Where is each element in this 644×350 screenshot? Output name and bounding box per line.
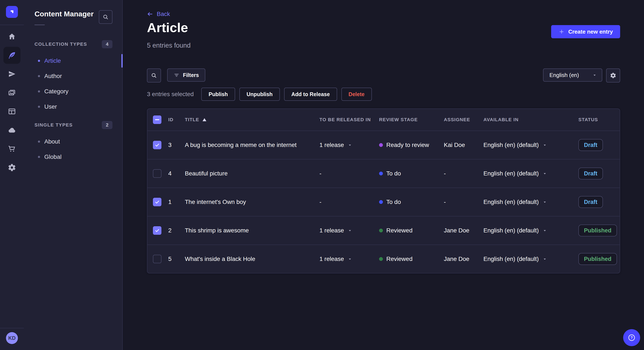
release-dropdown[interactable]: 1 release — [320, 256, 352, 262]
release-value: 1 release — [320, 227, 344, 234]
entries-table: ID TITLE TO BE RELEASED IN REVIEW STAGE … — [147, 108, 620, 273]
settings-gear-icon[interactable] — [4, 159, 20, 176]
sidebar-item-label: Article — [44, 57, 61, 64]
row-checkbox[interactable] — [153, 198, 162, 206]
row-checkbox[interactable] — [153, 141, 162, 149]
rail-bottom-divider — [0, 328, 24, 328]
table-row[interactable]: 3 A bug is becoming a meme on the intern… — [147, 131, 620, 159]
entry-title: Beautiful picture — [185, 170, 320, 177]
column-header-review-stage: REVIEW STAGE — [379, 117, 444, 123]
available-in-value: English (en) (default) — [484, 227, 539, 234]
content-type-builder-icon[interactable] — [4, 103, 20, 120]
sidebar-section-collection-types: COLLECTION TYPES 4 Article Author Catego… — [24, 39, 122, 114]
table-row[interactable]: 4 Beautiful picture - To do - English (e… — [147, 159, 620, 187]
review-stage-label: Reviewed — [386, 256, 412, 262]
releases-paper-plane-icon[interactable] — [4, 65, 20, 82]
list-settings-gear-button[interactable] — [606, 68, 620, 82]
sidebar-item-user[interactable]: User — [24, 99, 122, 114]
select-all-checkbox[interactable] — [153, 116, 162, 124]
marketplace-cart-icon[interactable] — [4, 140, 20, 157]
section-label: COLLECTION TYPES — [34, 41, 87, 47]
release-value: 1 release — [320, 256, 344, 262]
chevron-down-icon — [592, 73, 597, 77]
arrow-left-icon — [147, 11, 153, 17]
help-question-icon: ? — [628, 334, 636, 342]
user-avatar[interactable]: KD — [6, 332, 18, 344]
column-header-id[interactable]: ID — [168, 117, 185, 123]
deploy-cloud-icon[interactable] — [4, 122, 20, 139]
locales-dropdown[interactable]: English (en) (default) — [484, 142, 547, 149]
media-library-icon[interactable] — [4, 84, 20, 101]
release-dropdown[interactable]: - — [320, 199, 321, 205]
sidebar-item-about[interactable]: About — [24, 134, 122, 149]
selected-count: 3 entries selected — [147, 91, 194, 98]
entry-id: 3 — [168, 142, 185, 149]
bullet-icon — [38, 106, 40, 108]
row-checkbox[interactable] — [153, 226, 162, 235]
create-button-label: Create new entry — [568, 28, 613, 35]
sidebar-section-single-types: SINGLE TYPES 2 About Global — [24, 120, 122, 165]
column-header-assignee: ASSIGNEE — [444, 117, 484, 123]
plus-icon — [558, 28, 565, 35]
locale-value: English (en) — [550, 72, 579, 78]
table-row[interactable]: 2 This shrimp is awesome 1 release Revie… — [147, 216, 620, 245]
content-manager-feather-icon[interactable] — [4, 47, 20, 64]
content-manager-sidebar: Content Manager COLLECTION TYPES 4 Artic… — [24, 0, 123, 350]
unpublish-button[interactable]: Unpublish — [239, 88, 280, 101]
entry-id: 4 — [168, 170, 185, 177]
available-in-value: English (en) (default) — [484, 256, 539, 262]
strapi-logo[interactable] — [6, 6, 18, 18]
bulk-actions-bar: 3 entries selected Publish Unpublish Add… — [147, 88, 372, 101]
entry-title: A bug is becoming a meme on the internet — [185, 142, 320, 149]
sidebar-search-button[interactable] — [99, 10, 112, 24]
review-stage-dot — [379, 229, 383, 232]
sidebar-item-label: User — [44, 103, 57, 110]
sidebar-item-label: About — [44, 138, 60, 145]
entry-title: The internet's Own boy — [185, 199, 320, 205]
filters-label: Filters — [183, 72, 199, 78]
row-checkbox[interactable] — [153, 169, 162, 178]
sidebar-item-article[interactable]: Article — [24, 53, 122, 68]
nav-rail: KD — [0, 0, 24, 350]
bullet-icon — [38, 75, 40, 77]
release-value: 1 release — [320, 142, 344, 149]
column-header-title-label: TITLE — [185, 117, 199, 123]
create-new-entry-button[interactable]: Create new entry — [551, 25, 620, 38]
table-row[interactable]: 5 What's inside a Black Hole 1 release R… — [147, 245, 620, 273]
locales-dropdown[interactable]: English (en) (default) — [484, 170, 547, 177]
help-button[interactable]: ? — [623, 329, 640, 346]
locales-dropdown[interactable]: English (en) (default) — [484, 227, 547, 234]
sidebar-title: Content Manager — [34, 10, 94, 18]
section-label: SINGLE TYPES — [34, 122, 72, 128]
assignee-value: Kai Doe — [444, 142, 484, 149]
add-to-release-button[interactable]: Add to Release — [284, 88, 337, 101]
sidebar-item-global[interactable]: Global — [24, 149, 122, 165]
bullet-icon — [38, 156, 40, 158]
sidebar-item-label: Category — [44, 88, 68, 95]
filters-button[interactable]: Filters — [167, 68, 205, 82]
sidebar-item-author[interactable]: Author — [24, 68, 122, 84]
release-dropdown[interactable]: 1 release — [320, 142, 352, 149]
sidebar-rule — [34, 25, 45, 25]
release-dropdown[interactable]: 1 release — [320, 227, 352, 234]
delete-button[interactable]: Delete — [342, 88, 372, 101]
locale-select[interactable]: English (en) — [543, 68, 602, 82]
table-row[interactable]: 1 The internet's Own boy - To do - Engli… — [147, 187, 620, 216]
back-link[interactable]: Back — [147, 11, 170, 17]
locales-dropdown[interactable]: English (en) (default) — [484, 256, 547, 262]
publish-button[interactable]: Publish — [201, 88, 235, 101]
available-in-value: English (en) (default) — [484, 170, 539, 177]
row-checkbox[interactable] — [153, 255, 162, 263]
sidebar-item-label: Author — [44, 73, 62, 80]
home-icon[interactable] — [4, 28, 20, 45]
release-dropdown[interactable]: - — [320, 170, 321, 177]
locales-dropdown[interactable]: English (en) (default) — [484, 199, 547, 205]
chevron-down-icon — [348, 257, 352, 261]
entry-id: 5 — [168, 256, 185, 262]
sidebar-item-category[interactable]: Category — [24, 84, 122, 99]
review-stage-label: Ready to review — [386, 142, 429, 149]
column-header-title[interactable]: TITLE — [185, 117, 320, 123]
assignee-value: - — [444, 170, 484, 177]
search-entries-button[interactable] — [147, 68, 161, 82]
bullet-icon — [38, 90, 40, 93]
